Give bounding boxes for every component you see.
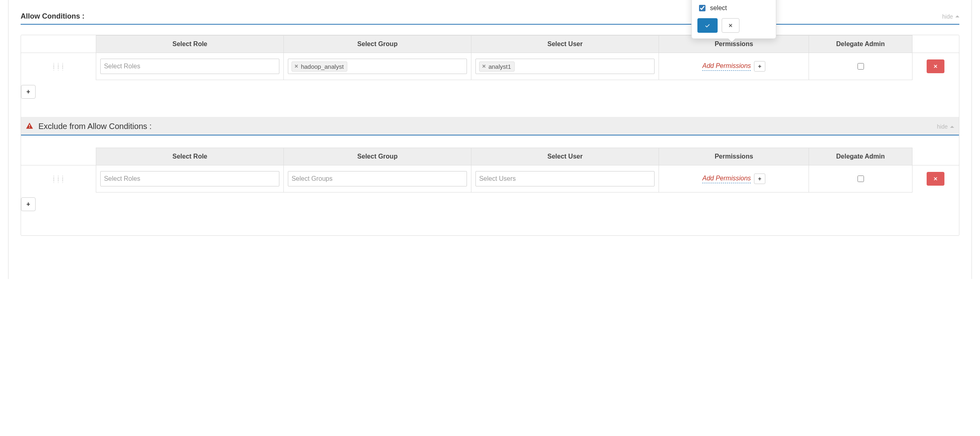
select-users-input[interactable]: ✕ analyst1 — [475, 59, 655, 74]
exclude-conditions-header: Exclude from Allow Conditions : hide — [21, 117, 959, 135]
roles-placeholder: Select Roles — [104, 175, 140, 182]
exclude-conditions-title: Exclude from Allow Conditions : — [26, 122, 152, 131]
close-icon — [728, 23, 733, 28]
exclude-conditions-table: Select Role Select Group Select User Per… — [21, 148, 959, 193]
col-header-delegate: Delegate Admin — [809, 36, 912, 53]
delete-row-button[interactable] — [927, 172, 944, 186]
allow-hide-toggle[interactable]: hide — [942, 13, 959, 20]
close-icon — [933, 63, 938, 69]
caret-up-icon — [950, 126, 954, 128]
allow-conditions-panel: Select Role Select Group Select User Per… — [21, 35, 959, 236]
exclude-hide-toggle[interactable]: hide — [937, 123, 954, 130]
user-tag: ✕ analyst1 — [479, 61, 515, 72]
add-permission-button[interactable]: + — [754, 61, 765, 72]
confirm-button[interactable] — [697, 18, 718, 33]
exclude-condition-row: ⋮⋮⋮⋮⋮⋮⋮⋮⋮ Select Roles Select Groups — [21, 165, 959, 193]
roles-placeholder: Select Roles — [104, 63, 140, 70]
popover-arrow-icon — [728, 38, 735, 42]
delegate-admin-checkbox[interactable] — [858, 63, 864, 70]
col-header-role: Select Role — [96, 148, 284, 165]
select-groups-input[interactable]: Select Groups — [288, 171, 467, 186]
group-tag-label: hadoop_analyst — [301, 63, 344, 70]
col-header-group: Select Group — [284, 36, 471, 53]
delegate-admin-checkbox[interactable] — [858, 176, 864, 182]
drag-handle-icon[interactable]: ⋮⋮⋮⋮⋮⋮⋮⋮⋮ — [22, 176, 95, 182]
select-groups-input[interactable]: ✕ hadoop_analyst — [288, 59, 467, 74]
add-permission-button[interactable]: + — [754, 174, 765, 184]
col-header-delegate: Delegate Admin — [809, 148, 912, 165]
close-icon — [933, 176, 938, 182]
select-roles-input[interactable]: Select Roles — [100, 171, 279, 186]
col-header-group: Select Group — [284, 148, 471, 165]
hide-label: hide — [937, 123, 948, 130]
drag-handle-icon[interactable]: ⋮⋮⋮⋮⋮⋮⋮⋮⋮ — [22, 63, 95, 70]
select-roles-input[interactable]: Select Roles — [100, 59, 279, 74]
groups-placeholder: Select Groups — [291, 175, 332, 182]
cancel-button[interactable] — [722, 18, 739, 33]
delete-row-button[interactable] — [927, 59, 944, 73]
permission-option-label: select — [710, 4, 727, 12]
col-header-user: Select User — [471, 36, 659, 53]
group-tag: ✕ hadoop_analyst — [291, 61, 347, 72]
permissions-popover: add/edit permissions select — [691, 0, 776, 39]
permission-option[interactable]: select — [697, 4, 770, 13]
add-permissions-link[interactable]: Add Permissions — [702, 175, 751, 183]
users-placeholder: Select Users — [479, 175, 516, 182]
remove-tag-icon[interactable]: ✕ — [294, 63, 298, 69]
select-users-input[interactable]: Select Users — [475, 171, 655, 186]
allow-condition-row: ⋮⋮⋮⋮⋮⋮⋮⋮⋮ Select Roles — [21, 53, 959, 80]
allow-conditions-table: Select Role Select Group Select User Per… — [21, 35, 959, 80]
permission-checkbox[interactable] — [699, 5, 705, 11]
warning-icon — [26, 123, 35, 131]
add-permissions-link[interactable]: Add Permissions — [702, 62, 751, 71]
col-header-role: Select Role — [96, 36, 284, 53]
add-row-button[interactable]: + — [21, 85, 36, 99]
remove-tag-icon[interactable]: ✕ — [482, 63, 486, 69]
col-header-permissions: Permissions — [659, 148, 809, 165]
hide-label: hide — [942, 13, 953, 20]
add-row-button[interactable]: + — [21, 197, 36, 211]
check-icon — [705, 23, 710, 28]
allow-conditions-header: Allow Conditions : hide — [21, 0, 959, 25]
user-tag-label: analyst1 — [488, 63, 511, 70]
col-header-user: Select User — [471, 148, 659, 165]
allow-conditions-title: Allow Conditions : — [21, 12, 84, 21]
caret-up-icon — [955, 15, 959, 17]
